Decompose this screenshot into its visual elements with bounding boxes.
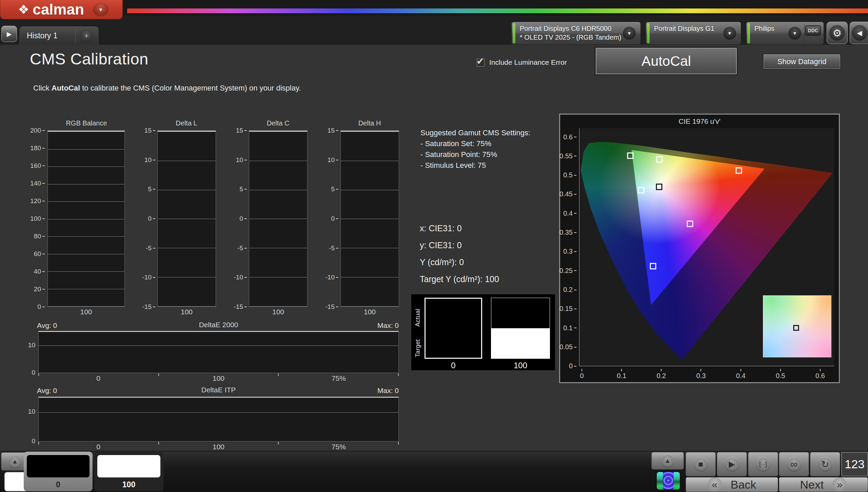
page-title: CMS Calibration [30,50,149,68]
pattern-window-thumbnail[interactable] [656,471,681,491]
delta-h-plot [340,131,399,307]
pattern-tile-0-swatch [27,455,90,477]
source-connected-indicator [647,23,650,43]
collapse-panel-button[interactable]: ◀ [850,22,868,44]
source-dropdown[interactable]: Portrait Displays G1 ▼ [646,22,741,45]
checkmark-icon: ✔ [476,56,484,67]
cie-x-axis: 00.10.20.30.40.50.6 [575,369,827,380]
reading-y: y: CIE31: 0 [420,237,499,254]
reading-x: x: CIE31: 0 [420,220,499,237]
expand-arrow-icon: ▶ [7,30,12,38]
pattern-tile-100-swatch [97,455,160,477]
cie-y-axis: 0.60.550.50.450.40.350.30.250.20.150.10.… [545,134,576,370]
up-arrow-icon: ▲ [12,458,18,465]
autocal-button[interactable]: AutoCal [596,48,737,74]
back-chevron-icon: « [708,477,722,492]
rgb-balance-plot [47,131,125,307]
pattern-tile-100-label: 100 [94,480,163,489]
deltae-itp-ytick-10: 10 [22,408,35,415]
calman-logo-text: calman [33,1,84,18]
add-tab-button[interactable]: + [80,29,93,43]
refresh-button[interactable]: ↻ [810,452,840,476]
up-arrow-icon: ▲ [665,457,671,465]
cie-marker-green [627,153,633,159]
deltae-itp-xlabels: 010075% [38,443,399,451]
source-dropdown-caret-icon[interactable]: ▼ [723,27,736,40]
rgb-balance-y-axis: 200180160140120100806040200 [24,127,45,310]
cie-marker-blue [650,263,656,270]
pattern-tile-0-label: 0 [24,480,93,489]
calman-diamond-icon: ❖ [18,3,29,16]
tab-history-1[interactable]: History 1 + [20,26,98,45]
cie-inset-marker [793,325,799,331]
suggested-settings-title: Suggested Gamut CMS Settings: [420,127,530,138]
display-connected-indicator [747,23,750,43]
suggested-settings: Suggested Gamut CMS Settings: - Saturati… [420,127,530,171]
show-datagrid-button[interactable]: Show Datagrid [764,54,840,69]
stop-icon: ■ [698,459,703,469]
rgb-balance-x-label: 100 [47,308,125,316]
deltae-itp-plot [38,397,399,441]
display-name: Philips [754,25,774,33]
measurement-readings: x: CIE31: 0 y: CIE31: 0 Y (cd/m²): 0 Tar… [420,220,499,288]
continuous-measure-button[interactable]: ∞ [779,452,809,476]
rainbow-gradient-bar [127,8,868,13]
layout-expand-button[interactable]: ▶ [1,26,17,42]
meter-connected-indicator [513,23,515,43]
cie-1976-panel: CIE 1976 u'v' [559,114,840,383]
suggested-settings-item: - Stimulus Level: 75 [420,160,530,171]
cie-marker-magenta [687,221,693,227]
deltae2000-max: Max: 0 [365,321,399,330]
deltae2000-ytick-10: 10 [22,341,35,349]
pattern-tile-100[interactable]: 100 [94,452,163,491]
step-measure-icon: [··] [759,460,767,468]
calman-window: ❖ calman ▼ ▶ History 1 + Portrait Displa… [0,0,868,492]
meter-dropdown[interactable]: Portrait Displays C6 HDR5000 * OLED TV 2… [511,22,641,45]
infinity-icon: ∞ [790,458,797,470]
include-luminance-label: Include Luminance Error [489,58,567,66]
delta-c-y-axis: 151050-5-10-15 [226,127,247,310]
target-row-label: Target [414,333,421,363]
swatch-white [491,298,550,359]
cie-marker-red [735,167,742,174]
next-chevron-icon: » [832,477,847,492]
actual-row-label: Actual [414,302,421,333]
main-menu-caret-icon[interactable]: ▼ [93,3,108,16]
play-icon: ▶ [729,459,735,469]
include-luminance-row: ✔ Include Luminance Error [477,58,567,66]
delta-l-plot [157,131,216,307]
pattern-tile-0[interactable]: 0 [24,452,93,491]
settings-button[interactable]: ⚙ [827,22,848,44]
deltae-itp-max: Max: 0 [365,387,399,395]
display-dropdown-caret-icon[interactable]: ▼ [788,27,801,40]
include-luminance-checkbox[interactable]: ✔ [477,59,485,66]
cie-marker-cyan [638,187,645,194]
back-button[interactable]: « Back [686,477,778,492]
delta-l-x-label: 100 [157,308,216,316]
deltae-itp-title: DeltaE ITP [38,386,399,394]
deltae2000-ytick-0: 0 [22,369,35,376]
transport-expand-button[interactable]: ▲ [651,452,684,470]
reading-luminance: Y (cd/m²): 0 [420,254,499,271]
ddc-button[interactable]: DDC [805,25,822,42]
stop-button[interactable]: ■ [686,452,716,476]
delta-h-x-label: 100 [340,308,399,316]
play-button[interactable]: ▶ [717,452,747,476]
top-strip [0,0,868,16]
ddc-monitor-icon: DDC [805,25,821,36]
cie-marker-white [656,184,662,190]
deltae2000-title: DeltaE 2000 [38,321,399,329]
source-name: Portrait Displays G1 [654,25,714,33]
gear-icon: ⚙ [833,27,842,39]
step-measure-button[interactable]: [··] [748,452,778,476]
ddc-separator [804,24,805,42]
meter-dropdown-caret-icon[interactable]: ▼ [623,27,636,40]
next-button[interactable]: Next » [779,477,868,492]
pattern-counter[interactable]: 123 [841,452,868,476]
swatch-black [425,298,482,359]
display-dropdown[interactable]: Philips ▼ DDC [746,22,824,45]
chevron-left-icon: ◀ [857,29,862,37]
calman-menu-button[interactable]: ❖ calman ▼ [0,0,123,19]
deltae-itp-ytick-0: 0 [22,437,35,445]
suggested-settings-item: - Saturation Point: 75% [420,149,530,160]
